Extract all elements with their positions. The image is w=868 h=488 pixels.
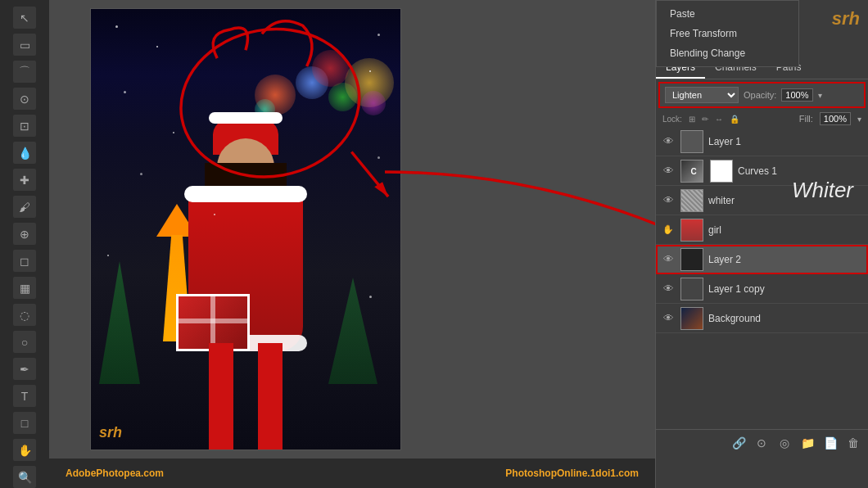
delete-layer-icon[interactable]: 🗑 xyxy=(845,435,861,451)
new-layer-icon[interactable]: 📄 xyxy=(822,435,839,451)
layer-name-layer1: Layer 1 xyxy=(708,136,863,147)
context-menu-free-transform[interactable]: Free Transform xyxy=(657,24,798,43)
context-menu: Paste Free Transform Blending Change xyxy=(656,0,799,67)
panel-bottom-bar: 🔗 ⊙ ◎ 📁 📄 🗑 xyxy=(656,429,868,455)
text-tool[interactable]: T xyxy=(13,385,36,407)
site-label-left: AdobePhotopea.com xyxy=(66,468,164,479)
logo-text: srh xyxy=(99,424,122,441)
blend-mode-section: Lighten Normal Multiply Screen Overlay O… xyxy=(658,82,866,108)
layer-item-background[interactable]: 👁 Background xyxy=(656,304,868,333)
layer-thumb-layer2 xyxy=(680,248,703,271)
opacity-label: Opacity: xyxy=(744,90,776,100)
layer-mask-icon[interactable]: ◎ xyxy=(776,435,793,451)
lock-row: Lock: ⊞ ✏ ↔ 🔒 Fill: 100% ▾ xyxy=(656,111,868,127)
site-label-right: PhotoshopOnline.1doi1.com xyxy=(505,468,639,479)
context-menu-paste[interactable]: Paste xyxy=(657,4,798,24)
new-group-icon[interactable]: 📁 xyxy=(799,435,816,451)
layer-eye-layer1copy[interactable]: 👁 xyxy=(661,282,676,296)
right-panel: Paste Free Transform Blending Change Lay… xyxy=(655,0,868,488)
layer-eye-layer2[interactable]: 👁 xyxy=(661,252,676,267)
eyedropper-tool[interactable]: 💧 xyxy=(13,142,36,164)
clone-tool[interactable]: ⊕ xyxy=(13,223,36,245)
canvas-image[interactable]: srh xyxy=(90,8,401,450)
blend-opacity-row: Lighten Normal Multiply Screen Overlay O… xyxy=(662,85,862,105)
canvas-area: srh xyxy=(49,0,655,459)
layer-style-icon[interactable]: ⊙ xyxy=(753,435,770,451)
lasso-tool[interactable]: ⌒ xyxy=(13,61,36,83)
hand-tool[interactable]: ✋ xyxy=(13,439,36,461)
layer-eye-curves1[interactable]: 👁 xyxy=(661,164,676,178)
layer-name-girl: girl xyxy=(708,224,863,236)
layer-item-layer1[interactable]: 👁 Layer 1 xyxy=(656,127,868,156)
context-menu-blending-change[interactable]: Blending Change xyxy=(657,43,798,63)
layer-eye-background[interactable]: 👁 xyxy=(661,311,676,326)
lock-transparent-icon[interactable]: ⊞ xyxy=(689,115,695,124)
photo-background xyxy=(91,9,400,450)
lock-image-icon[interactable]: ✏ xyxy=(702,115,708,124)
move-tool[interactable]: ↖ xyxy=(13,7,36,29)
fill-dropdown-arrow[interactable]: ▾ xyxy=(857,115,861,124)
opacity-value[interactable]: 100% xyxy=(781,88,812,102)
layer-thumb-curves1-mask xyxy=(710,160,733,183)
bottom-bar: AdobePhotopea.com PhotoshopOnline.1doi1.… xyxy=(49,459,655,488)
shape-tool[interactable]: □ xyxy=(13,412,36,434)
layer-thumb-background xyxy=(680,307,703,330)
fill-label: Fill: xyxy=(799,114,813,124)
layer-thumb-girl xyxy=(680,219,703,242)
zoom-tool[interactable]: 🔍 xyxy=(13,466,36,488)
link-layers-icon[interactable]: 🔗 xyxy=(730,435,747,451)
layer-eye-layer1[interactable]: 👁 xyxy=(661,134,676,149)
brush-tool[interactable]: 🖌 xyxy=(13,196,36,218)
layer-item-girl[interactable]: ✋ girl xyxy=(656,215,868,245)
layer-thumb-curves1: C xyxy=(680,160,703,183)
lock-label: Lock: xyxy=(662,115,682,124)
marquee-tool[interactable]: ▭ xyxy=(13,34,36,56)
blend-mode-select[interactable]: Lighten Normal Multiply Screen Overlay xyxy=(665,87,739,103)
eraser-tool[interactable]: ◻ xyxy=(13,250,36,272)
layer-item-layer2[interactable]: 👁 Layer 2 xyxy=(656,245,868,274)
layer-eye-girl[interactable]: ✋ xyxy=(661,223,676,237)
layer-name-whiter: whiter xyxy=(708,195,863,206)
watermark-logo: srh xyxy=(99,424,122,441)
layer-name-curves1: Curves 1 xyxy=(738,165,863,177)
healing-tool[interactable]: ✚ xyxy=(13,169,36,191)
lock-position-icon[interactable]: ↔ xyxy=(715,115,723,124)
layer-list: 👁 Layer 1 👁 C Curves 1 👁 whiter xyxy=(656,127,868,453)
layer-thumb-layer1 xyxy=(680,130,703,153)
layer-name-layer1copy: Layer 1 copy xyxy=(708,283,863,295)
layer-name-layer2: Layer 2 xyxy=(708,254,863,265)
layer-item-curves1[interactable]: 👁 C Curves 1 xyxy=(656,156,868,186)
layers-panel: Layers Channels Paths Lighten Normal Mul… xyxy=(656,56,868,455)
layer-name-background: Background xyxy=(708,313,863,324)
layer-thumb-whiter xyxy=(680,189,703,212)
lock-all-icon[interactable]: 🔒 xyxy=(730,115,739,124)
left-toolbar: ↖ ▭ ⌒ ⊙ ⊡ 💧 ✚ 🖌 ⊕ ◻ ▦ ◌ ○ ✒ T □ ✋ 🔍 xyxy=(0,0,49,488)
crop-tool[interactable]: ⊡ xyxy=(13,115,36,137)
pen-tool[interactable]: ✒ xyxy=(13,358,36,380)
quick-select-tool[interactable]: ⊙ xyxy=(13,88,36,110)
layer-item-layer1copy[interactable]: 👁 Layer 1 copy xyxy=(656,274,868,304)
opacity-dropdown-arrow[interactable]: ▾ xyxy=(818,91,822,100)
app-logo: srh xyxy=(832,8,860,29)
fill-value[interactable]: 100% xyxy=(820,112,851,125)
layer-item-whiter[interactable]: 👁 whiter xyxy=(656,186,868,215)
layer-eye-whiter[interactable]: 👁 xyxy=(661,193,676,208)
blur-tool[interactable]: ◌ xyxy=(13,304,36,326)
dodge-tool[interactable]: ○ xyxy=(13,331,36,353)
gradient-tool[interactable]: ▦ xyxy=(13,277,36,299)
layer-thumb-layer1copy xyxy=(680,278,703,300)
